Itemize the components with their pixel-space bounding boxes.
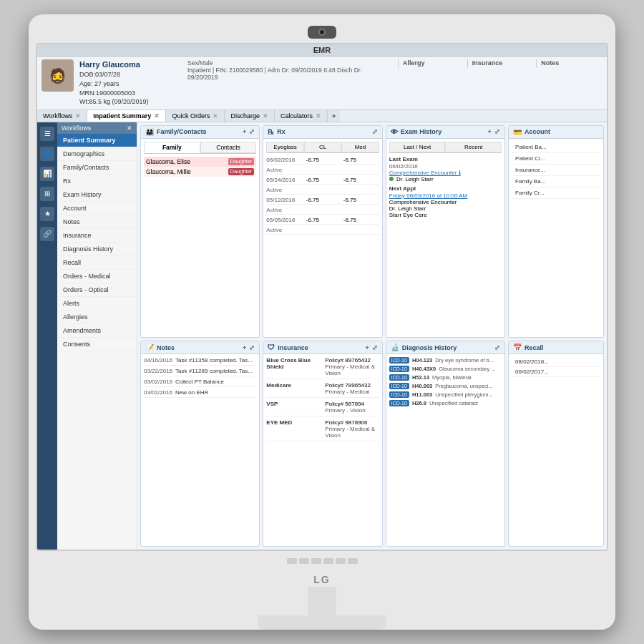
family-add-btn[interactable]: + — [243, 128, 246, 135]
sidebar-item-patient-summary[interactable]: Patient Summary — [57, 134, 137, 147]
rx-val1-2: -6.75 — [306, 197, 342, 203]
sidebar-item-rx[interactable]: Rx — [57, 175, 137, 188]
sidebar-item-family-contacts[interactable]: Family/Contacts — [57, 161, 137, 175]
notes-row-2: 03/02/2016 Collect PT Balance — [144, 379, 256, 387]
tab-quick-orders[interactable]: Quick Orders ✕ — [166, 110, 225, 122]
sidebar-close[interactable]: ✕ — [127, 125, 132, 132]
diag-code-2: H52.13 — [412, 374, 429, 381]
tab-close-discharge[interactable]: ✕ — [263, 112, 268, 119]
icd-badge-1: ICD-10 — [389, 366, 409, 372]
ctrl-btn-5[interactable] — [336, 558, 346, 564]
rx-val1-1: -6.75 — [306, 177, 342, 183]
dot-green — [389, 177, 394, 181]
ctrl-btn-6[interactable] — [348, 558, 358, 564]
family-row-1: Glaucoma, Millie Daughter — [144, 167, 256, 177]
ctrl-btn-4[interactable] — [323, 558, 333, 564]
grid-icon[interactable]: ⊞ — [40, 187, 54, 201]
panel-recall-body: 08/02/2018... 06/02/2017... — [509, 354, 603, 546]
family-expand-btn[interactable]: ⤢ — [249, 128, 255, 135]
family-relation-0: Daughter — [228, 158, 255, 165]
sidebar-item-recall[interactable]: Recall — [57, 256, 137, 270]
next-appt-location: Starr Eye Care — [389, 212, 502, 218]
notes-row-1: 03/22/2016 Task #11289 completed. Tas... — [144, 368, 256, 376]
tab-workflows[interactable]: Workflows ✕ — [37, 110, 87, 122]
family-tab-family[interactable]: Family — [144, 142, 200, 153]
rx-tab-med[interactable]: Med — [341, 142, 379, 152]
ctrl-btn-3[interactable] — [311, 558, 321, 564]
sidebar-item-orders-medical[interactable]: Orders - Medical — [57, 270, 137, 283]
ins-detail-3: Policy# 9878906 Primary - Medical & Visi… — [325, 419, 379, 439]
tab-close-workflows[interactable]: ✕ — [75, 112, 81, 119]
tab-discharge[interactable]: Discharge ✕ — [225, 110, 275, 122]
rx-val2-3: -6.75 — [343, 217, 379, 223]
diag-expand-btn[interactable]: ⤢ — [494, 344, 500, 351]
family-row-0: Glaucoma, Elise Daughter — [144, 157, 256, 167]
sidebar-item-insurance[interactable]: Insurance — [57, 229, 137, 243]
exam-tab-last-next[interactable]: Last / Next — [389, 142, 446, 152]
sidebar-item-account[interactable]: Account — [57, 202, 137, 215]
panel-family-contacts-header: 👨‍👩‍👧 Family/Contacts + ⤢ — [141, 126, 259, 139]
next-appt-date[interactable]: Friday 06/03/2016 at 10:00 AM — [389, 192, 502, 199]
diag-row-0: ICD-10 H04.123 Dry eye syndrome of b... — [389, 357, 502, 364]
notes-add-btn[interactable]: + — [243, 344, 246, 351]
exam-tab-recent[interactable]: Recent — [445, 142, 502, 152]
next-appt-type: Comprehensive Encounter — [389, 199, 502, 205]
insurance-add-btn[interactable]: + — [365, 344, 369, 351]
tab-close-inpatient[interactable]: ✕ — [154, 112, 160, 119]
rx-val1-0: -6.75 — [306, 157, 342, 163]
rx-status-0: Active — [266, 166, 379, 175]
insurance-row-3: EYE MED Policy# 9878906 Primary - Medica… — [266, 419, 379, 441]
tab-calculators[interactable]: Calculators ✕ — [275, 110, 328, 122]
tab-more[interactable]: » — [328, 110, 340, 122]
sidebar-item-consents[interactable]: Consents — [57, 338, 137, 351]
user-icon[interactable]: 👤 — [40, 147, 54, 161]
tab-close-calculators[interactable]: ✕ — [316, 112, 321, 119]
notes-icon: 📝 — [145, 343, 154, 351]
notes-expand-btn[interactable]: ⤢ — [249, 344, 255, 351]
patient-header: 🧔 Harry Glaucoma DOB:03/07/28 Age: 27 ye… — [37, 57, 607, 110]
sidebar-item-allergies[interactable]: Allergies — [57, 311, 137, 324]
exam-add-btn[interactable]: + — [488, 128, 492, 135]
panel-diag-body: ICD-10 H04.123 Dry eye syndrome of b... … — [386, 354, 504, 546]
sidebar-item-demographics[interactable]: Demographics — [57, 147, 137, 161]
panel-header-left: 👨‍👩‍👧 Family/Contacts — [145, 128, 207, 136]
rx-row-0: 06/02/2016 -6.75 -6.75 — [266, 156, 379, 165]
sidebar-item-alerts[interactable]: Alerts — [57, 297, 137, 311]
sidebar-item-exam-history[interactable]: Exam History — [57, 188, 137, 202]
insurance-expand-btn[interactable]: ⤢ — [372, 344, 378, 351]
menu-icon[interactable]: ☰ — [40, 127, 54, 141]
sidebar-item-orders-optical[interactable]: Orders - Optical — [57, 283, 137, 297]
diag-text-5: Unspecified cataract — [429, 400, 478, 406]
tab-close-quick-orders[interactable]: ✕ — [213, 112, 218, 119]
patient-age: Age: 27 years — [79, 79, 182, 89]
rx-tab-cl[interactable]: CL — [304, 142, 341, 152]
sidebar-item-notes[interactable]: Notes — [57, 215, 137, 229]
link-icon[interactable]: 🔗 — [40, 227, 54, 241]
sidebar-item-amendments[interactable]: Amendments — [57, 324, 137, 338]
ins-name-2: VSP — [266, 401, 323, 414]
diag-row-4: ICD-10 H11.003 Unspecified pterygium... — [389, 391, 502, 398]
chart-icon[interactable]: 📊 — [40, 167, 54, 181]
panel-recall: 📅 Recall 08/02/2018... 06/02/2017... — [508, 341, 604, 547]
rx-row-3: 05/05/2016 -6.75 -6.75 — [266, 216, 379, 225]
avatar: 🧔 — [42, 59, 74, 92]
rx-expand-btn[interactable]: ⤢ — [372, 128, 378, 135]
sidebar-item-diagnosis-history[interactable]: Diagnosis History — [57, 243, 137, 256]
notes-row-0: 04/16/2016 Task #11358 completed. Tas... — [144, 357, 256, 366]
notes-text-0: Task #11358 completed. Tas... — [175, 357, 253, 364]
family-tab-contacts[interactable]: Contacts — [200, 142, 257, 153]
rx-tab-eyeglass[interactable]: Eyeglass — [266, 142, 303, 152]
last-exam-link[interactable]: Comprehensive Encounter ℹ — [389, 170, 502, 176]
star-icon[interactable]: ★ — [40, 207, 54, 221]
allergy-col: Allergy — [398, 59, 464, 68]
exam-expand-btn[interactable]: ⤢ — [494, 128, 500, 135]
rx-status-3: Active — [266, 226, 379, 235]
main-content: ☰ 👤 📊 ⊞ ★ 🔗 Workflows ✕ Patient Summary — [37, 122, 607, 550]
notes-text-1: Task #11289 completed. Tas... — [175, 368, 253, 374]
ctrl-btn-2[interactable] — [299, 558, 309, 564]
panel-notes-header: 📝 Notes + ⤢ — [141, 341, 259, 354]
patient-fin: Sex/Male Inpatient | FIN: 2100029580 | A… — [187, 59, 392, 81]
tab-inpatient-summary[interactable]: Inpatient Summary ✕ — [87, 110, 166, 122]
diag-code-3: H40.003 — [412, 383, 432, 389]
ctrl-btn-1[interactable] — [287, 558, 297, 564]
